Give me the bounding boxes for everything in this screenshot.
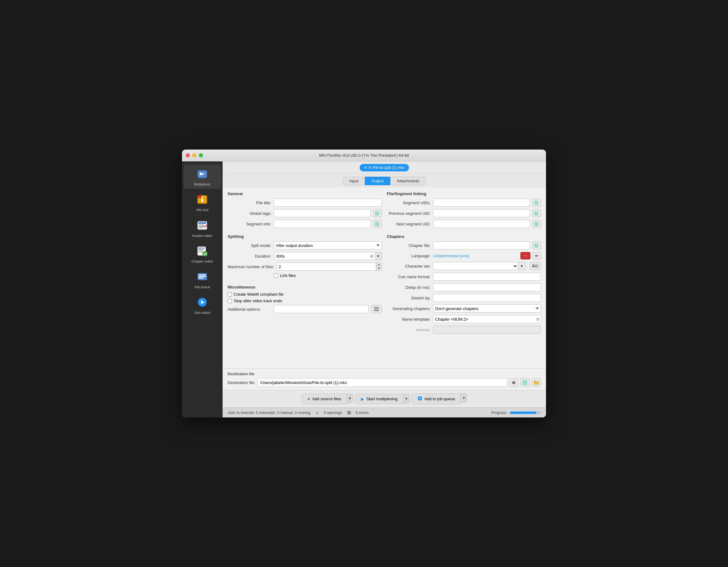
split-mode-select[interactable]: After output duration No splitting After… bbox=[274, 241, 382, 249]
file-title-label: File title: bbox=[228, 200, 271, 205]
miscellaneous-section: Miscellaneous Create WebM compliant file… bbox=[228, 285, 382, 313]
add-source-files-dropdown[interactable]: ▼ bbox=[347, 394, 353, 403]
generating-chapters-select[interactable]: Don't generate chapters When appending F… bbox=[433, 304, 541, 313]
sidebar-item-header-editor[interactable]: Header editor bbox=[184, 216, 221, 240]
prev-segment-uid-file-btn[interactable] bbox=[532, 209, 541, 217]
general-title: General bbox=[228, 191, 382, 196]
language-row: Language: Undetermined (und) — ✏ bbox=[387, 252, 541, 259]
file-tab[interactable]: ✕ ✕ File-to-split (1).mkv bbox=[360, 164, 409, 171]
add-source-files-icon: + bbox=[307, 396, 310, 402]
misc-title: Miscellaneous bbox=[228, 285, 382, 289]
add-source-files-btn[interactable]: + Add source files bbox=[302, 394, 347, 404]
interval-input[interactable] bbox=[433, 326, 541, 334]
character-set-select[interactable] bbox=[433, 262, 518, 270]
close-button[interactable] bbox=[186, 153, 190, 157]
svg-rect-23 bbox=[199, 276, 206, 277]
character-set-dropdown-btn[interactable]: ▼ bbox=[518, 262, 526, 270]
max-files-down-btn[interactable]: ▼ bbox=[376, 267, 382, 271]
svg-rect-5 bbox=[201, 199, 203, 202]
language-clear-btn[interactable]: — bbox=[520, 252, 530, 259]
segment-uids-label: Segment UIDs: bbox=[387, 200, 430, 205]
start-multiplexing-dropdown[interactable]: ▼ bbox=[403, 394, 410, 403]
chapter-file-label: Chapter file: bbox=[387, 243, 430, 248]
panels-row: General File title: Global tags: bbox=[223, 188, 546, 368]
file-tab-label: ✕ File-to-split (1).mkv bbox=[368, 165, 404, 170]
cue-name-format-input[interactable] bbox=[433, 273, 541, 281]
stretch-by-input[interactable] bbox=[433, 294, 541, 302]
duration-dropdown-btn[interactable]: ▼ bbox=[375, 253, 381, 259]
character-set-special-btn[interactable]: Ã£C bbox=[530, 262, 541, 270]
file-tab-bar: ✕ ✕ File-to-split (1).mkv bbox=[223, 161, 546, 174]
destination-label: Destination file: bbox=[228, 380, 255, 385]
additional-options-input[interactable] bbox=[274, 305, 369, 313]
tab-attachments[interactable]: Attachments bbox=[390, 177, 426, 185]
job-output-icon bbox=[195, 295, 209, 309]
svg-rect-18 bbox=[198, 250, 203, 251]
max-files-up-btn[interactable]: ▲ bbox=[376, 263, 382, 267]
sidebar-label-header-editor: Header editor bbox=[192, 234, 213, 238]
start-multiplexing-icon: ▶ bbox=[361, 397, 364, 402]
add-to-job-queue-dropdown[interactable]: ▼ bbox=[461, 393, 467, 403]
segment-info-label: Segment info: bbox=[228, 222, 271, 226]
global-tags-file-btn[interactable] bbox=[373, 209, 382, 217]
jobs-status-text: Jobs to execute: 0 automatic, 0 manual, … bbox=[228, 411, 311, 415]
tab-output[interactable]: Output bbox=[365, 177, 390, 185]
sidebar-item-info-tool[interactable]: i Info tool bbox=[184, 190, 221, 214]
splitting-section: Splitting Split mode: After output durat… bbox=[228, 234, 382, 280]
destination-folder-btn[interactable] bbox=[532, 378, 541, 387]
file-title-input[interactable] bbox=[274, 199, 382, 207]
minimize-button[interactable] bbox=[192, 153, 196, 157]
name-template-row: Name template: ⊗ bbox=[387, 315, 541, 323]
sidebar-item-multiplexer[interactable]: Multiplexer bbox=[184, 165, 221, 189]
link-files-checkbox[interactable] bbox=[274, 274, 278, 278]
name-template-clear-btn[interactable]: ⊗ bbox=[536, 317, 540, 322]
delay-row: Delay (in ms): bbox=[387, 283, 541, 291]
segment-uids-file-btn[interactable] bbox=[532, 199, 541, 207]
maximize-button[interactable] bbox=[199, 153, 203, 157]
sidebar-label-info-tool: Info tool bbox=[196, 208, 208, 212]
stop-after-video-row: Stop after video track ends bbox=[228, 298, 382, 303]
add-to-job-queue-group: Add to job queue ▼ bbox=[411, 393, 467, 404]
prev-segment-uid-input[interactable] bbox=[433, 209, 530, 217]
chapter-file-input[interactable] bbox=[433, 241, 530, 249]
chapter-file-btn[interactable] bbox=[532, 241, 541, 249]
window-title: MKVToolNix GUI v82.0 ('I'm The President… bbox=[319, 153, 409, 158]
delay-input[interactable] bbox=[433, 283, 541, 291]
start-multiplexing-btn[interactable]: ▶ Start multiplexing bbox=[355, 394, 403, 404]
right-panel: File/Segment linking Segment UIDs: Previ… bbox=[387, 191, 541, 365]
sidebar-item-job-queue[interactable]: Job queue bbox=[184, 267, 221, 292]
global-tags-input[interactable] bbox=[274, 209, 371, 217]
chapters-section: Chapters Chapter file: Language: Undeter bbox=[387, 234, 541, 336]
chapter-file-row: Chapter file: bbox=[387, 241, 541, 249]
traffic-lights bbox=[186, 153, 203, 157]
name-template-container: ⊗ bbox=[433, 315, 541, 323]
stop-after-video-checkbox[interactable] bbox=[228, 299, 232, 303]
create-webm-row: Create WebM compliant file bbox=[228, 292, 382, 297]
next-segment-uid-label: Next segment UID: bbox=[387, 222, 430, 226]
destination-file-btn[interactable] bbox=[520, 378, 530, 387]
duration-clear-btn[interactable]: ⊗ bbox=[370, 254, 374, 259]
svg-rect-33 bbox=[374, 307, 379, 308]
next-segment-uid-file-btn[interactable] bbox=[532, 220, 541, 228]
additional-options-btn[interactable] bbox=[371, 305, 382, 313]
segment-uids-input[interactable] bbox=[433, 199, 530, 207]
segment-info-input[interactable] bbox=[274, 220, 371, 228]
destination-input[interactable] bbox=[257, 378, 507, 387]
name-template-input[interactable] bbox=[433, 315, 541, 323]
add-to-job-queue-btn[interactable]: Add to job queue bbox=[411, 393, 461, 404]
duration-input[interactable] bbox=[274, 252, 382, 260]
language-link[interactable]: Undetermined (und) bbox=[433, 254, 469, 258]
sidebar-item-chapter-editor[interactable]: Chapter editor bbox=[184, 242, 221, 266]
prev-segment-uid-label: Previous segment UID: bbox=[387, 211, 430, 216]
tab-input[interactable]: Input bbox=[343, 177, 365, 185]
destination-clear-btn[interactable]: ⊗ bbox=[509, 378, 519, 387]
create-webm-checkbox[interactable] bbox=[228, 292, 232, 297]
svg-rect-10 bbox=[199, 225, 204, 225]
sidebar-item-job-output[interactable]: Job output bbox=[184, 293, 221, 317]
sidebar-label-multiplexer: Multiplexer bbox=[194, 182, 210, 186]
segment-info-file-btn[interactable] bbox=[373, 220, 382, 228]
interval-row: Interval: bbox=[387, 326, 541, 334]
language-edit-btn[interactable]: ✏ bbox=[532, 252, 541, 259]
next-segment-uid-input[interactable] bbox=[433, 220, 530, 228]
max-files-input[interactable] bbox=[277, 263, 376, 271]
